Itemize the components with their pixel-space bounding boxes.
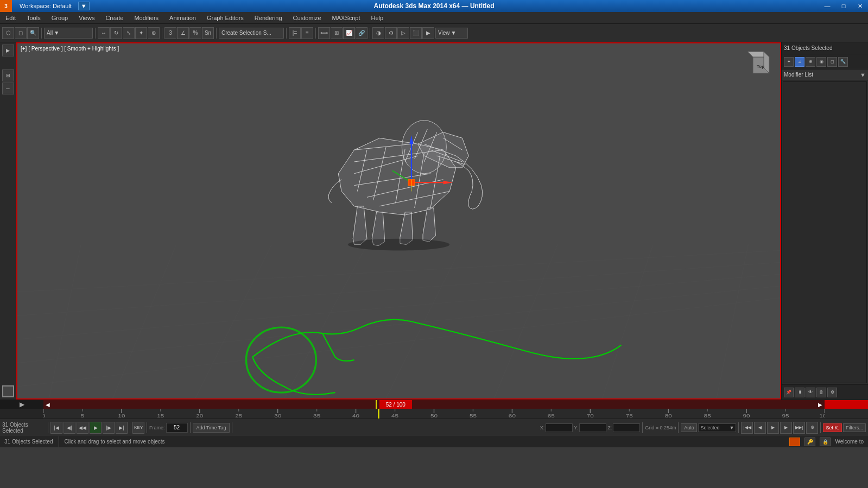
menu-group[interactable]: Group bbox=[46, 12, 74, 24]
close-button[interactable]: ✕ bbox=[852, 0, 868, 12]
timeline-bar[interactable]: ◀ ▶ 52 / 100 bbox=[43, 400, 825, 409]
rb-mode-btn[interactable]: ⚙ bbox=[806, 422, 818, 434]
lt-color-btn[interactable] bbox=[2, 385, 14, 397]
lt-btn-1[interactable]: ⊞ bbox=[2, 69, 14, 81]
ctrl-sep-3 bbox=[147, 422, 147, 433]
add-time-tag-btn[interactable]: Add Time Tag bbox=[193, 423, 230, 433]
filter-dropdown[interactable]: All ▼ bbox=[44, 28, 93, 39]
auto-btn[interactable]: Auto bbox=[681, 423, 697, 432]
select-scale-btn[interactable]: ⤡ bbox=[123, 27, 135, 39]
spinner-snap-btn[interactable]: Sn bbox=[202, 27, 214, 39]
current-frame-field[interactable]: 52 bbox=[166, 423, 188, 433]
snap-toggle-btn[interactable]: 3 bbox=[164, 27, 176, 39]
filters-btn[interactable]: Filters... bbox=[843, 423, 866, 432]
menu-help[interactable]: Help bbox=[366, 12, 389, 24]
rp-pause-icon[interactable]: ⏸ bbox=[795, 388, 804, 397]
rb-next-btn[interactable]: ▶ bbox=[780, 422, 792, 434]
status-lock-icon[interactable]: 🔒 bbox=[820, 438, 831, 446]
rb-start-btn[interactable]: |◀◀ bbox=[741, 422, 753, 434]
minimize-button[interactable]: — bbox=[819, 0, 835, 12]
layer-manager-btn[interactable]: ≡ bbox=[301, 27, 313, 39]
rp-motion-icon[interactable]: ◉ bbox=[816, 57, 826, 67]
play-icon[interactable]: ▶ bbox=[18, 401, 26, 408]
render-setup-btn[interactable]: ⚙ bbox=[385, 27, 397, 39]
lt-bottom bbox=[2, 385, 14, 397]
angle-snap-btn[interactable]: ∠ bbox=[177, 27, 189, 39]
key-mode-btn[interactable]: KEY bbox=[132, 422, 144, 434]
render-mode-dropdown[interactable]: Selected ▼ bbox=[698, 423, 736, 432]
menu-rendering[interactable]: Rendering bbox=[249, 12, 288, 24]
select-region-btn[interactable]: ◻ bbox=[15, 27, 27, 39]
prev-key-btn[interactable]: ◀| bbox=[64, 422, 75, 434]
align-btn[interactable]: |= bbox=[289, 27, 301, 39]
rp-create-icon[interactable]: ✦ bbox=[784, 57, 794, 67]
menu-create[interactable]: Create bbox=[100, 12, 129, 24]
status-color-icon[interactable] bbox=[789, 438, 800, 446]
svg-text:60: 60 bbox=[509, 413, 516, 418]
menu-animation[interactable]: Animation bbox=[164, 12, 201, 24]
z-field[interactable] bbox=[613, 423, 640, 432]
svg-text:100: 100 bbox=[819, 413, 825, 418]
x-field[interactable] bbox=[546, 423, 573, 432]
render-btn[interactable]: ▷ bbox=[397, 27, 409, 39]
rb-end-btn[interactable]: ▶▶| bbox=[793, 422, 805, 434]
play-back-btn[interactable]: ◀◀ bbox=[77, 422, 88, 434]
svg-line-4 bbox=[17, 251, 780, 292]
material-editor-btn[interactable]: ◑ bbox=[372, 27, 384, 39]
status-key-icon[interactable]: 🔑 bbox=[804, 438, 815, 446]
select-move-btn[interactable]: ↔ bbox=[98, 27, 110, 39]
view-dropdown-arrow: ▼ bbox=[451, 30, 457, 36]
play-btn[interactable]: ▶ bbox=[2, 45, 14, 56]
rp-hierarchy-icon[interactable]: ⊕ bbox=[806, 57, 815, 67]
svg-text:30: 30 bbox=[274, 413, 281, 418]
view-dropdown[interactable]: View ▼ bbox=[435, 28, 468, 39]
maximize-button[interactable]: □ bbox=[835, 0, 852, 12]
rb-play-btn[interactable]: ▶ bbox=[767, 422, 779, 434]
next-key-btn[interactable]: |▶ bbox=[103, 422, 115, 434]
viewport[interactable]: [+] [ Perspective ] [ Smooth + Highlight… bbox=[16, 42, 781, 400]
menu-graph-editors[interactable]: Graph Editors bbox=[201, 12, 249, 24]
title-bar: 3 Workspace: Default ▼ Autodesk 3ds Max … bbox=[0, 0, 868, 12]
play-fwd-btn[interactable]: ▶ bbox=[90, 422, 102, 434]
set-key-btn[interactable]: Set K. bbox=[823, 423, 842, 432]
array-btn[interactable]: ⊞ bbox=[331, 27, 343, 39]
menu-views[interactable]: Views bbox=[73, 12, 100, 24]
navcube[interactable]: Top bbox=[745, 49, 775, 79]
rp-eye-icon[interactable]: 👁 bbox=[806, 388, 815, 397]
next-frame-btn[interactable]: ▶ bbox=[816, 400, 825, 409]
goto-start-btn[interactable]: |◀ bbox=[50, 422, 62, 434]
rp-modify-icon[interactable]: ⊿ bbox=[795, 57, 804, 67]
toolbar-sep-1 bbox=[41, 28, 42, 39]
rp-pin-icon[interactable]: 📌 bbox=[784, 388, 794, 397]
rb-prev-btn[interactable]: ◀ bbox=[754, 422, 766, 434]
create-selection-dropdown[interactable]: Create Selection S... bbox=[219, 28, 284, 39]
ctrl-sep-1 bbox=[48, 422, 48, 433]
percent-snap-btn[interactable]: % bbox=[189, 27, 201, 39]
rp-trash-icon[interactable]: 🗑 bbox=[816, 388, 826, 397]
mirror-btn[interactable]: ⟺ bbox=[318, 27, 330, 39]
select-by-name-btn[interactable]: 🔍 bbox=[27, 27, 39, 39]
goto-end-btn[interactable]: ▶| bbox=[116, 422, 128, 434]
select-rotate-btn[interactable]: ↻ bbox=[110, 27, 122, 39]
y-field[interactable] bbox=[579, 423, 606, 432]
quick-render-btn[interactable]: ▶ bbox=[422, 27, 434, 39]
place-highlight-btn[interactable]: ✦ bbox=[135, 27, 147, 39]
render-frame-btn[interactable]: ⬛ bbox=[410, 27, 422, 39]
rp-utilities-icon[interactable]: 🔧 bbox=[838, 57, 848, 67]
menu-modifiers[interactable]: Modifiers bbox=[129, 12, 164, 24]
menu-edit[interactable]: Edit bbox=[0, 12, 21, 24]
rp-settings-icon[interactable]: ⚙ bbox=[827, 388, 837, 397]
select-tool-btn[interactable]: ⬡ bbox=[2, 27, 14, 39]
lt-btn-2[interactable]: ─ bbox=[2, 83, 14, 94]
svg-point-39 bbox=[402, 121, 446, 174]
workspace-dropdown[interactable]: ▼ bbox=[78, 2, 90, 10]
menu-maxscript[interactable]: MAXScript bbox=[327, 12, 366, 24]
select-manipulate-btn[interactable]: ⊕ bbox=[148, 27, 160, 39]
menu-tools[interactable]: Tools bbox=[21, 12, 46, 24]
prev-frame-btn[interactable]: ◀ bbox=[43, 400, 52, 409]
schematic-btn[interactable]: 🔗 bbox=[356, 27, 368, 39]
svg-text:25: 25 bbox=[235, 413, 242, 418]
menu-customize[interactable]: Customize bbox=[288, 12, 327, 24]
rp-display-icon[interactable]: ◻ bbox=[827, 57, 837, 67]
curve-editor-btn[interactable]: 📈 bbox=[343, 27, 355, 39]
